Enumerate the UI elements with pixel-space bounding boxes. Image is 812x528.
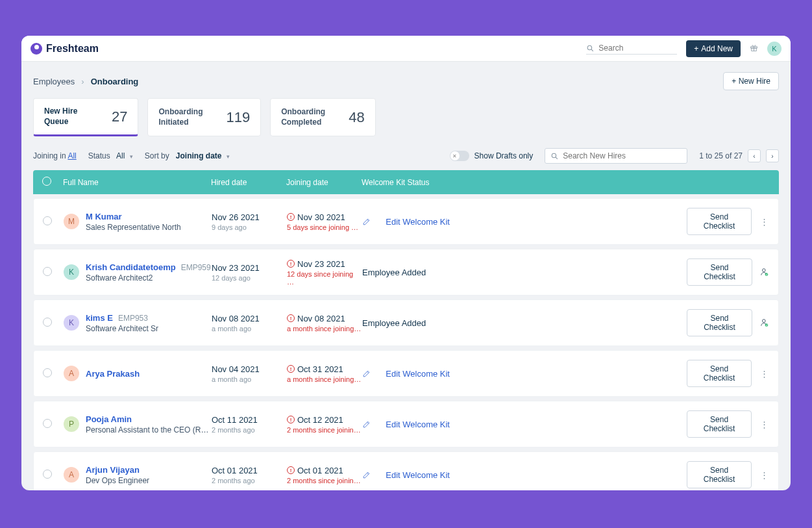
- employee-name-link[interactable]: Arjun Vijayan: [86, 465, 140, 475]
- kit-status-text: Employee Added: [362, 318, 426, 328]
- table-row: K Krish Candidatetoemp EMP959 Software A…: [33, 249, 779, 295]
- table-row: K kims E EMP953 Software Architect Sr No…: [33, 299, 779, 346]
- chevron-down-icon: ▾: [130, 153, 133, 160]
- hire-search[interactable]: [545, 148, 687, 164]
- send-checklist-button[interactable]: Send Checklist: [687, 360, 752, 387]
- svg-point-7: [763, 269, 766, 272]
- hire-search-input[interactable]: [563, 151, 682, 160]
- user-avatar[interactable]: K: [767, 42, 781, 56]
- more-menu-icon[interactable]: ⋮: [759, 470, 769, 480]
- avatar: A: [64, 366, 79, 381]
- hired-date: Oct 01 2021: [212, 466, 287, 475]
- joining-warning: a month since joining…: [287, 325, 362, 333]
- edit-icon: [362, 471, 371, 479]
- edit-welcome-kit-link[interactable]: Edit Welcome Kit: [362, 217, 687, 227]
- breadcrumb-row: Employees › Onboarding + New Hire: [21, 62, 791, 98]
- global-search-input[interactable]: [598, 44, 663, 53]
- row-checkbox[interactable]: [43, 216, 52, 225]
- edit-welcome-kit-link[interactable]: Edit Welcome Kit: [362, 420, 687, 429]
- row-checkbox[interactable]: [43, 318, 52, 327]
- col-hired-date[interactable]: Hired date: [211, 178, 286, 187]
- logo-icon: [31, 43, 42, 55]
- joining-date: Nov 23 2021: [297, 259, 345, 269]
- stat-card-0[interactable]: New Hire Queue 27: [33, 98, 138, 136]
- stat-card-2[interactable]: Onboarding Completed 48: [270, 98, 375, 136]
- toggle-switch[interactable]: ✕: [450, 151, 469, 161]
- avatar: K: [64, 315, 79, 331]
- edit-icon: [362, 370, 371, 378]
- hired-date: Nov 04 2021: [212, 364, 287, 374]
- hired-relative: a month ago: [212, 325, 287, 333]
- avatar: K: [64, 264, 79, 280]
- filters-row: Joining in All Status All ▾ Sort by Join…: [21, 143, 791, 170]
- more-menu-icon[interactable]: ⋮: [759, 217, 769, 227]
- edit-welcome-kit-link[interactable]: Edit Welcome Kit: [362, 470, 687, 480]
- employee-name-link[interactable]: Pooja Amin: [86, 414, 132, 424]
- edit-welcome-kit-link[interactable]: Edit Welcome Kit: [362, 369, 687, 379]
- stat-label: Onboarding Initiated: [158, 107, 210, 127]
- new-hire-button[interactable]: + New Hire: [723, 72, 779, 90]
- sort-filter[interactable]: Sort by Joining date ▾: [145, 151, 230, 160]
- joining-warning: 12 days since joining …: [287, 270, 362, 286]
- employee-name-link[interactable]: Krish Candidatetoemp: [86, 262, 176, 272]
- hired-relative: 9 days ago: [212, 223, 287, 231]
- send-checklist-button[interactable]: Send Checklist: [687, 461, 752, 488]
- hired-relative: 2 months ago: [212, 426, 287, 434]
- send-checklist-button[interactable]: Send Checklist: [687, 410, 752, 438]
- search-icon: [586, 44, 595, 53]
- joining-warning: 2 months since joinin…: [287, 477, 362, 484]
- col-welcome-kit[interactable]: Welcome Kit Status: [362, 178, 686, 187]
- joining-date: Oct 31 2021: [297, 364, 343, 374]
- pagination: 1 to 25 of 27 ‹ ›: [699, 149, 779, 162]
- hired-date: Nov 26 2021: [212, 212, 287, 222]
- row-checkbox[interactable]: [43, 470, 52, 479]
- breadcrumb: Employees › Onboarding: [33, 77, 138, 86]
- row-checkbox[interactable]: [43, 419, 52, 428]
- warning-icon: !: [287, 416, 295, 423]
- add-new-button[interactable]: + Add New: [686, 40, 741, 57]
- send-checklist-button[interactable]: Send Checklist: [687, 258, 752, 286]
- breadcrumb-root[interactable]: Employees: [33, 77, 75, 86]
- employee-name-link[interactable]: kims E: [86, 313, 113, 323]
- joining-filter[interactable]: Joining in All: [33, 151, 77, 160]
- warning-icon: !: [287, 466, 295, 474]
- employee-role: Personal Assistant to the CEO (R…: [86, 425, 208, 434]
- more-menu-icon[interactable]: ⋮: [759, 420, 769, 429]
- add-new-label: Add New: [701, 44, 733, 53]
- send-checklist-button[interactable]: Send Checklist: [687, 309, 752, 336]
- svg-point-9: [763, 320, 766, 323]
- stat-value: 27: [112, 108, 127, 125]
- stat-card-1[interactable]: Onboarding Initiated 119: [147, 98, 261, 136]
- select-all-checkbox[interactable]: [42, 177, 51, 186]
- svg-point-5: [552, 153, 556, 158]
- table-header: Full Name Hired date Joining date Welcom…: [33, 170, 779, 194]
- row-checkbox[interactable]: [43, 368, 52, 377]
- breadcrumb-current: Onboarding: [91, 77, 139, 86]
- brand-name: Freshteam: [46, 43, 99, 55]
- brand-logo[interactable]: Freshteam: [31, 43, 99, 55]
- status-filter[interactable]: Status All ▾: [88, 151, 133, 160]
- table-row: P Pooja Amin Personal Assistant to the C…: [33, 401, 779, 447]
- joining-date: Nov 30 2021: [297, 212, 345, 222]
- col-joining-date[interactable]: Joining date: [286, 178, 362, 187]
- plus-icon: +: [694, 44, 698, 53]
- pager-prev[interactable]: ‹: [748, 149, 761, 162]
- pager-text: 1 to 25 of 27: [699, 151, 743, 160]
- avatar: P: [64, 416, 79, 432]
- col-full-name[interactable]: Full Name: [63, 178, 211, 187]
- employee-name-link[interactable]: Arya Prakash: [86, 369, 140, 379]
- send-checklist-button[interactable]: Send Checklist: [687, 208, 752, 235]
- gift-icon[interactable]: [750, 44, 758, 54]
- global-search[interactable]: [586, 42, 677, 55]
- pager-next[interactable]: ›: [766, 149, 779, 162]
- joining-date: Nov 08 2021: [297, 314, 345, 323]
- more-menu-icon[interactable]: ⋮: [759, 369, 769, 379]
- warning-icon: !: [287, 365, 295, 373]
- drafts-toggle[interactable]: ✕ Show Drafts only: [450, 151, 534, 161]
- employee-name-link[interactable]: M Kumar: [86, 212, 122, 221]
- joining-warning: 5 days since joining …: [287, 223, 362, 231]
- stat-cards: New Hire Queue 27Onboarding Initiated 11…: [21, 98, 791, 143]
- hired-date: Oct 11 2021: [212, 415, 287, 425]
- row-checkbox[interactable]: [43, 267, 52, 276]
- warning-icon: !: [287, 260, 295, 268]
